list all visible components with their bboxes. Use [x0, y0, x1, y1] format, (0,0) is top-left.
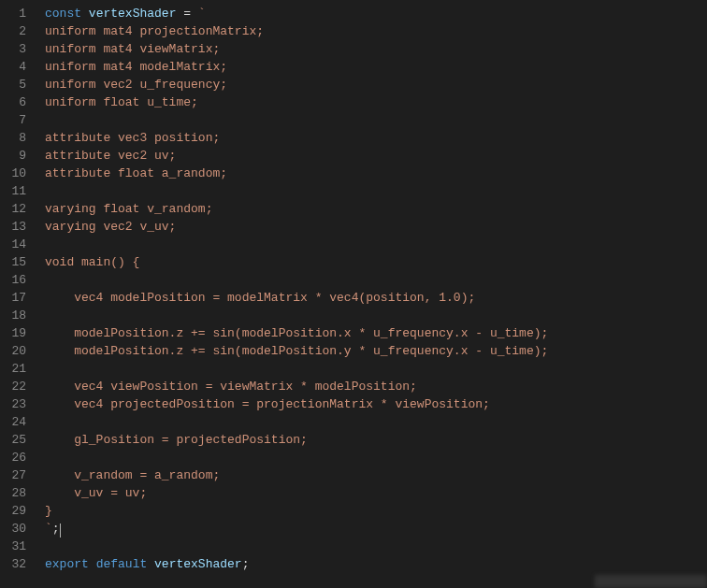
token: v_random = a_random; — [45, 468, 220, 482]
code-line[interactable]: attribute vec3 position; — [45, 129, 707, 147]
token: const — [45, 7, 81, 21]
code-line[interactable]: uniform mat4 viewMatrix; — [45, 40, 707, 58]
line-number: 8 — [0, 129, 26, 147]
token: modelPosition.z += sin(modelPosition.x *… — [45, 326, 548, 340]
code-line[interactable]: void main() { — [45, 253, 707, 271]
line-number: 10 — [0, 165, 26, 182]
code-line[interactable] — [45, 111, 707, 129]
line-number: 23 — [0, 395, 26, 413]
token: attribute vec2 uv; — [45, 149, 176, 163]
line-number: 4 — [0, 58, 26, 76]
code-line[interactable] — [45, 271, 707, 289]
token: vertexShader — [89, 7, 177, 21]
code-line[interactable] — [45, 413, 707, 431]
code-line[interactable] — [45, 449, 707, 466]
token: void main() { — [45, 255, 139, 269]
token: uniform vec2 u_frequency; — [45, 78, 227, 92]
token: vec4 viewPosition = viewMatrix * modelPo… — [45, 380, 417, 394]
line-number: 18 — [0, 307, 26, 324]
line-number: 12 — [0, 200, 26, 218]
code-line[interactable] — [45, 538, 707, 555]
code-line[interactable] — [45, 236, 707, 253]
line-number: 26 — [0, 449, 26, 466]
line-number: 13 — [0, 218, 26, 236]
token: modelPosition.z += sin(modelPosition.y *… — [45, 344, 548, 358]
token: uniform mat4 projectionMatrix; — [45, 24, 264, 38]
line-number-gutter: 1234567891011121314151617181920212223242… — [0, 0, 36, 588]
line-number: 19 — [0, 324, 26, 342]
code-line[interactable]: varying vec2 v_uv; — [45, 218, 707, 236]
token: vec4 projectedPosition = projectionMatri… — [45, 397, 490, 411]
token: attribute float a_random; — [45, 166, 227, 180]
code-content[interactable]: const vertexShader = `uniform mat4 proje… — [36, 0, 707, 588]
token: attribute vec3 position; — [45, 131, 220, 145]
code-line[interactable]: uniform float u_time; — [45, 93, 707, 111]
code-line[interactable]: const vertexShader = ` — [45, 5, 707, 22]
token: ; — [52, 522, 60, 536]
line-number: 25 — [0, 431, 26, 449]
token: } — [45, 504, 52, 518]
line-number: 20 — [0, 342, 26, 360]
line-number: 1 — [0, 5, 26, 22]
line-number: 24 — [0, 413, 26, 431]
code-line[interactable] — [45, 360, 707, 378]
token — [191, 7, 198, 21]
token: uniform mat4 viewMatrix; — [45, 42, 220, 56]
text-cursor — [60, 523, 61, 538]
code-line[interactable] — [45, 307, 707, 324]
token — [81, 7, 89, 21]
line-number: 22 — [0, 378, 26, 395]
code-line[interactable]: uniform vec2 u_frequency; — [45, 76, 707, 93]
code-line[interactable]: export default vertexShader; — [45, 555, 707, 573]
token: gl_Position = projectedPosition; — [45, 433, 308, 447]
line-number: 6 — [0, 93, 26, 111]
line-number: 15 — [0, 253, 26, 271]
code-line[interactable]: uniform mat4 modelMatrix; — [45, 58, 707, 76]
line-number: 7 — [0, 111, 26, 129]
code-line[interactable] — [45, 182, 707, 200]
line-number: 11 — [0, 182, 26, 200]
token: export — [45, 557, 89, 571]
watermark-smudge — [595, 575, 707, 588]
line-number: 32 — [0, 555, 26, 573]
token: uniform mat4 modelMatrix; — [45, 60, 227, 74]
token: default — [96, 557, 148, 571]
code-line[interactable]: uniform mat4 projectionMatrix; — [45, 22, 707, 40]
line-number: 3 — [0, 40, 26, 58]
token — [147, 557, 154, 571]
line-number: 27 — [0, 466, 26, 484]
code-line[interactable]: v_random = a_random; — [45, 466, 707, 484]
token: vec4 modelPosition = modelMatrix * vec4(… — [45, 291, 475, 305]
code-line[interactable]: varying float v_random; — [45, 200, 707, 218]
code-line[interactable]: v_uv = uv; — [45, 484, 707, 502]
token: vertexShader — [154, 557, 242, 571]
code-editor[interactable]: 1234567891011121314151617181920212223242… — [0, 0, 707, 588]
code-line[interactable]: vec4 modelPosition = modelMatrix * vec4(… — [45, 289, 707, 307]
line-number: 29 — [0, 502, 26, 520]
token: = — [183, 7, 191, 21]
line-number: 2 — [0, 22, 26, 40]
token: uniform float u_time; — [45, 95, 198, 109]
token: varying vec2 v_uv; — [45, 220, 176, 234]
code-line[interactable]: `; — [45, 520, 707, 538]
line-number: 28 — [0, 484, 26, 502]
line-number: 9 — [0, 147, 26, 165]
code-line[interactable]: vec4 projectedPosition = projectionMatri… — [45, 395, 707, 413]
code-line[interactable]: gl_Position = projectedPosition; — [45, 431, 707, 449]
token: ` — [198, 7, 206, 21]
code-line[interactable]: attribute vec2 uv; — [45, 147, 707, 165]
token: ; — [242, 557, 250, 571]
line-number: 31 — [0, 538, 26, 555]
code-line[interactable]: } — [45, 502, 707, 520]
token: varying float v_random; — [45, 202, 212, 216]
code-line[interactable]: vec4 viewPosition = viewMatrix * modelPo… — [45, 378, 707, 395]
line-number: 16 — [0, 271, 26, 289]
code-line[interactable]: attribute float a_random; — [45, 165, 707, 182]
token: v_uv = uv; — [45, 486, 147, 500]
line-number: 30 — [0, 520, 26, 538]
token: ` — [45, 522, 52, 536]
token — [89, 557, 96, 571]
code-line[interactable]: modelPosition.z += sin(modelPosition.x *… — [45, 324, 707, 342]
code-line[interactable]: modelPosition.z += sin(modelPosition.y *… — [45, 342, 707, 360]
line-number: 21 — [0, 360, 26, 378]
